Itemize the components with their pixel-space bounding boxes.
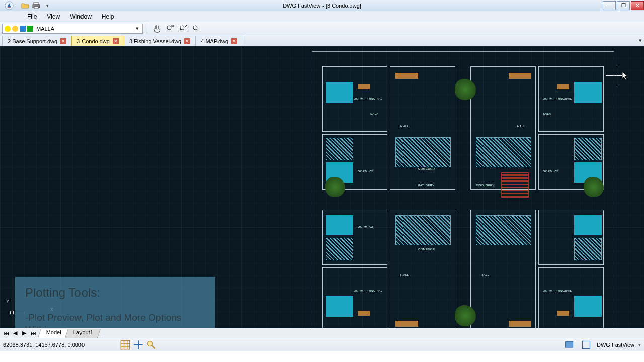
product-label: DWG FastView [597, 342, 634, 348]
layer-name: MALLA [36, 26, 54, 32]
tab-next-icon[interactable]: ▶ [20, 329, 28, 337]
zoom-extents-button[interactable] [178, 24, 189, 34]
menu-file[interactable]: File [22, 12, 42, 21]
svg-point-4 [167, 26, 171, 30]
doc-tab[interactable]: 2 Base Support.dwg✕ [2, 36, 72, 46]
mdi-minimize-button[interactable]: — [603, 1, 616, 10]
status-bar: 62068.3731, 14157.6778, 0.0000 DWG FastV… [0, 338, 644, 351]
qat-dropdown-icon[interactable]: ▾ [43, 2, 51, 10]
document-tabs: 2 Base Support.dwg✕ 3 Condo.dwg✕ 3 Fishi… [0, 35, 644, 46]
close-icon[interactable]: ✕ [113, 38, 119, 44]
tab-first-icon[interactable]: ⏮ [2, 329, 10, 337]
menu-window[interactable]: Window [65, 12, 97, 21]
layer-on-icon [5, 26, 11, 32]
layout-tab-layout1[interactable]: Layout1 [65, 329, 101, 338]
mdi-restore-button[interactable]: ❐ [617, 1, 630, 10]
doc-tab[interactable]: 4 MAP.dwg✕ [195, 36, 243, 46]
caption-heading: Plotting Tools: [25, 286, 205, 300]
zoom-button[interactable] [191, 24, 202, 34]
tabs-overflow-icon[interactable]: ▾ [639, 37, 642, 44]
mdi-close-button[interactable]: ✕ [631, 1, 644, 10]
close-icon[interactable]: ✕ [231, 38, 237, 44]
dropdown-arrow-icon: ▾ [133, 25, 141, 32]
print-icon[interactable] [32, 2, 40, 10]
svg-point-7 [193, 26, 197, 30]
tab-prev-icon[interactable]: ◀ [11, 329, 19, 337]
layer-lock-icon [20, 26, 26, 32]
svg-rect-10 [566, 341, 573, 347]
main-toolbar: MALLA ▾ [0, 22, 644, 35]
quick-access-toolbar: ▾ [18, 2, 54, 10]
layer-dropdown[interactable]: MALLA ▾ [2, 24, 143, 34]
pan-button[interactable] [151, 24, 163, 34]
open-icon[interactable] [21, 2, 29, 10]
close-icon[interactable]: ✕ [60, 38, 66, 44]
doc-tab-active[interactable]: 3 Condo.dwg✕ [71, 36, 124, 46]
doc-tab[interactable]: 3 Fishing Vessel.dwg✕ [124, 36, 196, 46]
floorplan: DORM. PRINCIPAL SALA DORM. 02 HALL COMED… [312, 51, 624, 328]
window-titlebar: ▾ DWG FastView - [3 Condo.dwg] — ❐ ✕ [0, 0, 644, 11]
coordinates-readout: 62068.3731, 14157.6778, 0.0000 [3, 342, 119, 348]
tab-last-icon[interactable]: ⏭ [29, 329, 37, 337]
caption-body: -Plot Preview, Plot and More Options Wit… [25, 312, 205, 328]
svg-rect-1 [34, 3, 39, 5]
paper-space-icon[interactable] [581, 340, 592, 350]
separator [101, 337, 644, 337]
menu-view[interactable]: View [42, 12, 65, 21]
close-icon[interactable]: ✕ [184, 38, 190, 44]
svg-rect-11 [583, 341, 590, 348]
layer-freeze-icon [12, 26, 18, 32]
layout-tabs-row: ⏮ ◀ ▶ ⏭ Model Layout1 [0, 328, 644, 338]
model-space-icon[interactable] [564, 340, 575, 350]
drawing-canvas[interactable]: DORM. PRINCIPAL SALA DORM. 02 HALL COMED… [0, 46, 644, 328]
svg-point-9 [148, 341, 153, 346]
menu-help[interactable]: Help [97, 12, 119, 21]
caption-overlay: Plotting Tools: -Plot Preview, Plot and … [15, 277, 215, 328]
ucs-y-label: Y [6, 299, 9, 304]
svg-rect-5 [172, 25, 174, 27]
magnifier-button[interactable] [146, 340, 157, 350]
cursor-pointer-icon [622, 71, 629, 80]
separator [147, 24, 147, 34]
grid-toggle-button[interactable] [120, 340, 131, 350]
app-icon [2, 1, 16, 11]
layer-color-swatch [27, 26, 33, 32]
window-title: DWG FastView - [3 Condo.dwg] [283, 3, 361, 9]
zoom-window-button[interactable] [165, 24, 176, 34]
chevron-down-icon[interactable]: ▾ [638, 342, 641, 347]
layout-tab-model[interactable]: Model [38, 329, 69, 338]
svg-rect-3 [34, 7, 38, 9]
window-controls: — ❐ ✕ [602, 1, 644, 10]
menu-bar: File View Window Help [0, 11, 644, 22]
snap-toggle-button[interactable] [133, 340, 144, 350]
svg-rect-8 [121, 340, 130, 349]
